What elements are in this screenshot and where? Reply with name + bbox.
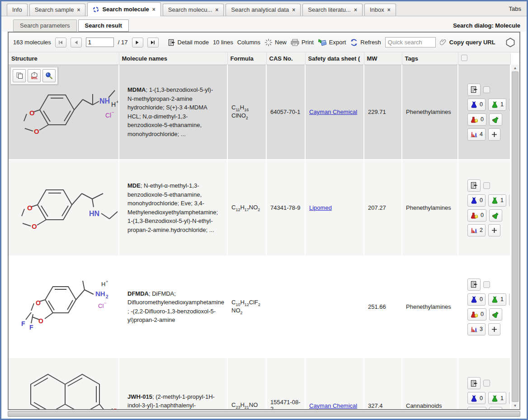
available-count-button[interactable]: 1 (488, 392, 506, 404)
molecule-row[interactable]: MOL O O NH H + Cl − MDMA; 1-(1,3-benzodi… (9, 65, 510, 160)
reaction-button[interactable] (489, 209, 502, 222)
add-spectrum-button[interactable] (488, 128, 500, 141)
tab-close-icon[interactable]: × (77, 7, 80, 13)
subtab-search-parameters[interactable]: Search parameters (13, 19, 77, 32)
tab-close-icon[interactable]: × (387, 7, 391, 13)
open-detail-button[interactable] (467, 179, 481, 192)
tab-close-icon[interactable]: × (215, 7, 218, 13)
molecule-row[interactable]: O JWH-015; (2-methyl-1-propyl-1H-indol-3… (9, 358, 510, 409)
tab-inbox[interactable]: Inbox × (364, 4, 396, 16)
available-count-button[interactable]: 1 (488, 99, 506, 111)
horizontal-scrollbar[interactable] (8, 411, 520, 417)
hexagon-icon (506, 38, 515, 47)
select-all-checkbox[interactable] (461, 55, 467, 61)
available-count-button[interactable]: 1 (488, 293, 506, 306)
print-button[interactable]: Print (291, 39, 314, 46)
copy-query-url-button[interactable]: Copy query URL (440, 38, 495, 46)
header-formula[interactable]: Formula (227, 53, 266, 65)
structure-cell[interactable]: MOL O O NH H + Cl − (9, 65, 119, 160)
available-count-button[interactable]: 1 (488, 194, 506, 207)
prev-page-button[interactable] (71, 38, 82, 47)
add-sample-button[interactable] (509, 392, 510, 404)
refresh-button[interactable]: Refresh (350, 38, 381, 47)
open-detail-button[interactable] (467, 377, 481, 389)
mixtures-count-button[interactable]: 0 (467, 113, 486, 126)
next-page-button[interactable] (132, 38, 143, 47)
add-sample-button[interactable] (509, 194, 510, 207)
add-spectrum-button[interactable] (488, 323, 500, 335)
spectra-count-button[interactable]: 2 (467, 224, 486, 236)
reaction-button[interactable] (489, 407, 502, 409)
sds-cell: Lipomed (305, 160, 364, 256)
scrollbar-thumb[interactable] (512, 71, 519, 402)
quick-search-input[interactable] (385, 37, 436, 47)
last-page-button[interactable] (147, 38, 159, 47)
header-tags[interactable]: Tags (402, 53, 458, 65)
spectra-count-button[interactable]: 3 (467, 323, 486, 335)
structure-cell[interactable]: O O F F NH 2 H + Cl − (9, 256, 119, 358)
formula-cell: C11H16 ClNO2 (227, 65, 266, 160)
add-spectrum-button[interactable] (488, 224, 500, 236)
new-button[interactable]: New (264, 38, 287, 47)
columns-button[interactable]: Columns (237, 39, 260, 46)
add-sample-button[interactable] (509, 99, 510, 111)
samples-count-button[interactable]: 0 (467, 194, 486, 207)
structure-cell[interactable]: O (9, 358, 119, 409)
mixtures-count-button[interactable]: 0 (467, 209, 486, 222)
structure-cell[interactable]: O O HN (9, 160, 119, 256)
row-checkbox[interactable] (483, 281, 490, 288)
open-detail-button[interactable] (467, 84, 481, 96)
open-detail-button[interactable] (467, 278, 481, 291)
molecule-hexagon-button[interactable] (506, 38, 515, 47)
zoom-structure-button[interactable] (42, 69, 56, 82)
tab-search-molecule[interactable]: Search molecule × (87, 2, 160, 16)
tab-search-literatu-[interactable]: Search literatu... × (302, 4, 363, 16)
first-page-button[interactable] (55, 38, 66, 47)
page-number-input[interactable] (86, 38, 114, 47)
scroll-down-arrow[interactable]: ▼ (511, 402, 519, 409)
header-mw[interactable]: MW (364, 53, 402, 65)
mw-cell: 327.4 (364, 358, 402, 409)
spectra-count-button[interactable]: 4 (467, 128, 486, 141)
svg-text:O: O (27, 204, 33, 212)
detail-mode-button[interactable]: Detail mode (168, 39, 209, 46)
export-button[interactable]: Export (318, 38, 346, 47)
subtab-search-result[interactable]: Search result (78, 19, 129, 32)
molecule-row[interactable]: O O F F NH 2 H + Cl − DFMDA; DiFMDA; Dif… (9, 256, 510, 358)
samples-count-button[interactable]: 0 (467, 392, 486, 404)
samples-count-button[interactable]: 0 (467, 99, 486, 111)
header-cas[interactable]: CAS No. (266, 53, 305, 65)
tab-info[interactable]: Info (7, 4, 28, 16)
samples-count-button[interactable]: 0 (467, 293, 486, 306)
mixtures-count-button[interactable]: 0 (467, 407, 486, 409)
copy-structure-button[interactable] (13, 69, 26, 82)
molecule-name: MDE (127, 182, 141, 189)
scroll-up-arrow[interactable]: ▲ (511, 65, 519, 71)
loading-spinner-icon (93, 6, 99, 13)
sds-link[interactable]: Cayman Chemical (309, 109, 357, 115)
row-checkbox[interactable] (483, 86, 490, 93)
header-structure[interactable]: Structure (9, 53, 119, 65)
sds-link[interactable]: Lipomed (309, 204, 332, 211)
tab-close-icon[interactable]: × (354, 7, 357, 13)
molecule-row[interactable]: O O HN MDE; N-ethyl-α-methyl-1,3-benzodi… (9, 160, 510, 256)
svg-text:NH: NH (99, 97, 110, 105)
export-mol-button[interactable]: MOL (28, 69, 41, 82)
reaction-button[interactable] (489, 113, 502, 126)
vertical-scrollbar[interactable]: ▲ ▼ (511, 65, 519, 409)
header-sds[interactable]: Safety data sheet ( (305, 53, 364, 65)
header-molecule-names[interactable]: Molecule names (119, 53, 227, 65)
tab-close-icon[interactable]: × (292, 7, 295, 13)
mixtures-count-button[interactable]: 0 (467, 308, 486, 321)
tab-search-sample[interactable]: Search sample × (29, 4, 86, 16)
lines-button[interactable]: 10 lines (213, 39, 233, 46)
tab-search-molecu-[interactable]: Search molecu... × (163, 4, 224, 16)
svg-text:Cl: Cl (105, 112, 111, 119)
row-checkbox[interactable] (483, 182, 490, 189)
tab-search-analytical-data[interactable]: Search analytical data × (226, 4, 301, 16)
add-sample-button[interactable] (509, 293, 510, 306)
row-checkbox[interactable] (483, 380, 490, 387)
tab-close-icon[interactable]: × (152, 7, 156, 12)
sds-link[interactable]: Cayman Chemical (309, 402, 357, 409)
reaction-button[interactable] (489, 308, 502, 321)
